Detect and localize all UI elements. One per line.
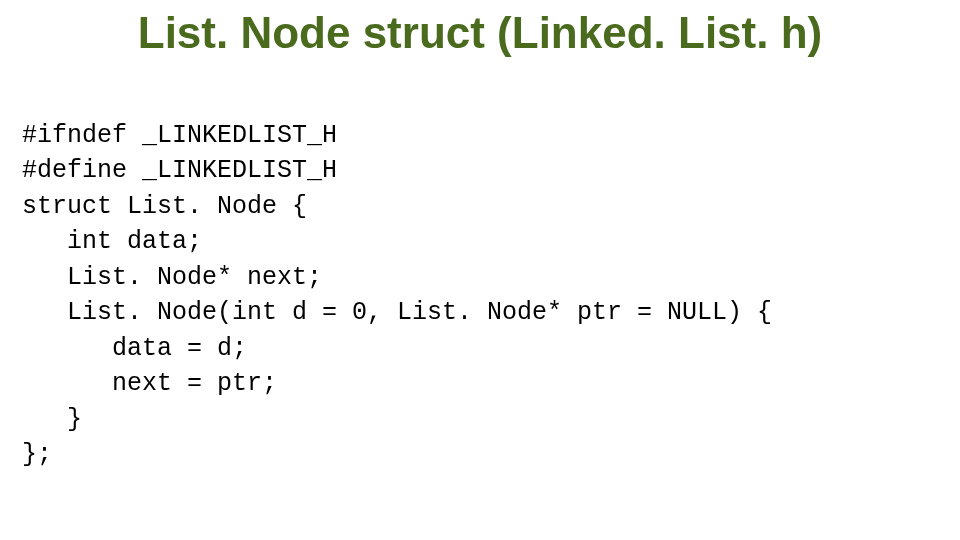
code-line: } [22,405,82,434]
slide: List. Node struct (Linked. List. h) #ifn… [0,0,960,540]
code-line: next = ptr; [22,369,277,398]
code-line: struct List. Node { [22,192,307,221]
code-block: #ifndef _LINKEDLIST_H #define _LINKEDLIS… [22,82,772,473]
code-line: }; [22,440,52,469]
slide-title: List. Node struct (Linked. List. h) [0,8,960,58]
code-line: #define _LINKEDLIST_H [22,156,337,185]
code-line: int data; [22,227,202,256]
code-line: List. Node(int d = 0, List. Node* ptr = … [22,298,772,327]
code-line: #ifndef _LINKEDLIST_H [22,121,337,150]
code-line: data = d; [22,334,247,363]
code-line: List. Node* next; [22,263,322,292]
